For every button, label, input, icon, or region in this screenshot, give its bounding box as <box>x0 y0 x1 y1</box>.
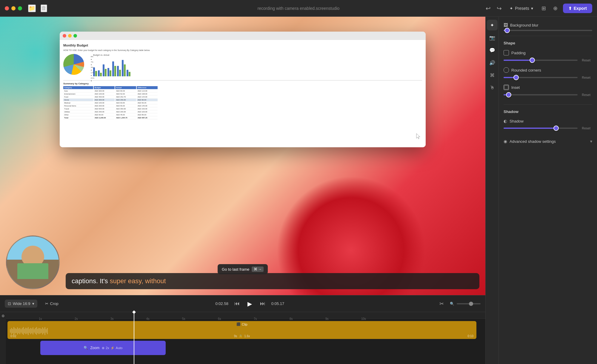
title-main: recording with camera enabled <box>258 6 315 11</box>
padding-reset-button[interactable]: Reset <box>580 58 592 63</box>
titlebar: 📁 🗑 recording with camera enabled.screen… <box>0 0 597 17</box>
padding-fill <box>504 60 533 61</box>
camera-tool-button[interactable]: 📷 <box>487 32 498 43</box>
help-icon[interactable]: ⊕ <box>551 3 559 13</box>
zoom-track[interactable] <box>457 303 481 304</box>
play-pause-button[interactable]: ▶ <box>244 298 255 309</box>
padding-row: Padding Reset <box>504 50 592 63</box>
layout-icon[interactable]: ⊞ <box>540 3 548 13</box>
close-button[interactable] <box>5 6 9 10</box>
title-ext: .screenstudio <box>315 6 339 11</box>
aspect-ratio-button[interactable]: ⊡ Wide 16:9 ▾ <box>5 300 37 308</box>
background-blur-section: 🖼 Background blur <box>504 23 592 31</box>
padding-slider[interactable] <box>504 60 578 61</box>
shape-section: Shape Padding Reset Rounded cor <box>504 41 592 97</box>
skip-to-start-button[interactable]: ⏮ <box>233 299 241 308</box>
clip-track[interactable]: ⬛ Clip 0:02 9s 🔒 1.6x 0:10 <box>7 321 476 339</box>
zoom-track[interactable]: 🔍 Zoom ⊕ 2x ⚡ Auto <box>40 341 166 355</box>
zoom-badge: ⊕ 2x ⚡ Auto <box>102 346 122 350</box>
win-close <box>63 34 66 38</box>
folder-icon[interactable]: 📁 <box>28 4 36 12</box>
scissors-button[interactable]: ✂ <box>438 299 445 308</box>
win-min <box>68 34 72 38</box>
col-diff: Difference <box>137 86 158 89</box>
rounded-corners-fill <box>504 77 517 78</box>
timeline-tracks: ⬛ Clip 0:02 9s 🔒 1.6x 0:10 <box>0 319 485 357</box>
forward-button[interactable]: ↪ <box>496 4 503 13</box>
shadow-header: Shadow <box>504 109 592 114</box>
traffic-lights <box>5 6 22 10</box>
shadow-fill <box>504 128 557 129</box>
shape-header: Shape <box>504 41 592 45</box>
chart-title: Budget vs. Actual <box>93 54 422 56</box>
background-blur-slider-row <box>504 30 592 31</box>
zoom-2x-icon: ⊕ <box>102 346 104 350</box>
bar-chart-area: Budget vs. Actual <box>93 54 422 78</box>
preview-container[interactable]: Monthly Budget HOW TO USE: Enter your bu… <box>0 17 485 295</box>
bar-chart <box>93 57 422 76</box>
table-row: EntertainmentAED 100.00AED 52.00AED 198.… <box>63 93 422 95</box>
pointer-tool-button[interactable]: 🖱 <box>487 82 498 93</box>
rounded-corners-icon <box>504 67 509 73</box>
table-row: TravelAED 500.00AED 350.00AED 150.00 <box>63 108 422 110</box>
camera-feed <box>6 236 60 289</box>
padding-label: Padding <box>504 50 592 55</box>
table-row-highlight: HomeAED 300.00AED 256.00AED 90.00 <box>63 99 422 101</box>
presets-button[interactable]: ✦ Presets ▾ <box>507 4 536 13</box>
audio-tool-button[interactable]: 🔊 <box>487 57 498 68</box>
playback-controls: ⏮ ▶ ⏭ <box>233 298 267 309</box>
table-row-total: TotalAED 2,200.00AED 1,394.75AED 987.25 <box>63 117 422 119</box>
shadow-slider[interactable] <box>504 128 578 129</box>
background-blur-slider[interactable] <box>504 30 592 31</box>
col-budget: Budget <box>94 86 115 89</box>
end-time: 0:05.17 <box>271 301 284 306</box>
crop-button[interactable]: ✂ Crop <box>42 300 61 308</box>
table-row: OtherAED 50.00AED 45.00AED 85.00 <box>63 114 422 116</box>
camera-person <box>7 236 59 288</box>
table-row: MedicalAED 100.00AED 93.65AED 56.35 <box>63 102 422 104</box>
pie-chart <box>63 54 84 75</box>
titlebar-right: ↩ ↪ ✦ Presets ▾ ⊞ ⊕ ⬆ Export <box>484 3 592 13</box>
clip-icon-label: ⬛ Clip <box>236 322 247 326</box>
inset-reset-button[interactable]: Reset <box>580 92 592 97</box>
sparkle-icon: ✦ <box>510 6 513 11</box>
divider-2 <box>504 104 592 105</box>
keyboard-tool-button[interactable]: ⌘ <box>487 70 498 80</box>
advanced-shadow-row[interactable]: ◉ Advanced shadow settings ▾ <box>504 135 592 147</box>
chevron-down-icon: ▾ <box>531 6 533 11</box>
cursor-pointer <box>415 133 421 139</box>
divider-1 <box>504 36 592 36</box>
table-row: FoodAED 400.00AED 252.75AED 144.00 <box>63 96 422 98</box>
screen-window: Monthly Budget HOW TO USE: Enter your bu… <box>60 32 426 147</box>
advanced-shadow-label: ◉ Advanced shadow settings <box>504 139 587 144</box>
export-button[interactable]: ⬆ Export <box>563 4 592 13</box>
crop-icon: ✂ <box>45 301 48 306</box>
charts-area: 8% ●7% ●3% ●17% ●21% ● Budget vs. Actual <box>63 54 422 78</box>
timeline-area: ⚙ 1s 2s 3s 4s 5s 6s 7s 8s 9s 10s <box>0 312 485 364</box>
rounded-corners-reset-button[interactable]: Reset <box>580 75 592 80</box>
minimize-button[interactable] <box>11 6 16 10</box>
shadow-reset-button[interactable]: Reset <box>580 126 592 131</box>
shadow-section: Shadow ◐ Shadow Reset ◉ Advanced <box>504 109 592 147</box>
background-blur-label: 🖼 Background blur <box>504 23 592 27</box>
sheet-title: Monthly Budget <box>63 44 422 47</box>
back-button[interactable]: ↩ <box>484 4 492 13</box>
caption-tool-button[interactable]: 💬 <box>487 45 498 55</box>
shadow-slider-row: Reset <box>504 126 592 131</box>
inset-slider[interactable] <box>504 94 578 95</box>
cursor-tool-button[interactable]: ✦ <box>487 20 498 30</box>
inset-label: Inset <box>504 85 592 90</box>
spreadsheet-table: Summary by Category Category Budget Actu… <box>63 80 422 119</box>
trash-icon[interactable]: 🗑 <box>41 4 47 12</box>
timeline-ruler: 1s 2s 3s 4s 5s 6s 7s 8s 9s 10s <box>0 312 485 319</box>
right-toolbar: ✦ 📷 💬 🔊 ⌘ 🖱 <box>485 17 498 364</box>
caption-bar: captions. It's super easy, without <box>66 273 479 289</box>
export-icon: ⬆ <box>568 6 572 11</box>
current-time: 0:02.58 <box>215 301 228 306</box>
zoom-knob <box>469 302 473 306</box>
rounded-corners-slider[interactable] <box>504 77 578 78</box>
skip-to-end-button[interactable]: ⏭ <box>259 299 267 308</box>
cursor-svg <box>415 133 422 140</box>
waveform <box>7 326 476 335</box>
maximize-button[interactable] <box>18 6 22 10</box>
